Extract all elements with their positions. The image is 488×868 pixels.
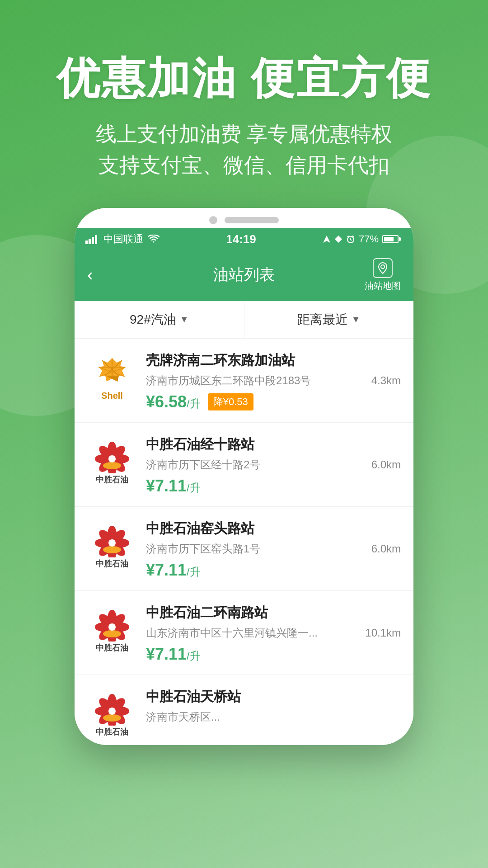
phone-mockup-wrapper: 中国联通 14:19: [0, 208, 488, 745]
station-price-row: ¥7.11/升: [146, 476, 401, 495]
station-distance: 10.1km: [365, 627, 401, 639]
station-item[interactable]: 中胜石油 中胜石油天桥站 济南市天桥区...: [75, 675, 413, 745]
station-address-row: 济南市历下区窑头路1号 6.0km: [146, 542, 401, 556]
station-info: 中胜石油二环南路站 山东济南市中区十六里河镇兴隆一... 10.1km ¥7.1…: [146, 604, 401, 664]
price-unit: /升: [187, 397, 201, 410]
status-time: 14:19: [226, 232, 256, 246]
station-distance: 6.0km: [371, 542, 401, 555]
hero-subtitle: 线上支付加油费 享专属优惠特权 支持支付宝、微信、信用卡代扣: [0, 118, 488, 181]
nav-bar: ‹ 油站列表 油站地图: [75, 251, 413, 301]
sort-label: 距离最近: [297, 311, 348, 328]
fuel-type-label: 92#汽油: [130, 311, 176, 328]
station-price: ¥7.11/升: [146, 476, 201, 495]
station-info: 中胜石油经十路站 济南市历下区经十路2号 6.0km ¥7.11/升: [146, 435, 401, 495]
battery-percent: 77%: [359, 233, 379, 245]
svg-rect-1: [89, 239, 91, 244]
shell-label: Shell: [101, 391, 123, 401]
status-right: 77%: [323, 233, 401, 245]
station-info: 中胜石油窑头路站 济南市历下区窑头路1号 6.0km ¥7.11/升: [146, 519, 401, 580]
hero-title: 优惠加油 便宜方便: [0, 54, 488, 102]
phone-dot: [209, 216, 217, 224]
navigation-icon: [334, 235, 343, 243]
location-icon: [323, 235, 331, 243]
hero-section: 优惠加油 便宜方便 线上支付加油费 享专属优惠特权 支持支付宝、微信、信用卡代扣: [0, 0, 488, 208]
station-address: 济南市历下区窑头路1号: [146, 542, 366, 556]
station-list: Shell 壳牌济南二环东路加油站 济南市历城区东二环路中段2183号 4.3k…: [75, 339, 413, 745]
wifi-icon: [148, 235, 160, 244]
svg-rect-2: [92, 237, 94, 244]
station-name: 中胜石油天桥站: [146, 688, 401, 706]
svg-point-56: [103, 714, 121, 722]
svg-marker-4: [323, 236, 330, 243]
zhongsheng-label: 中胜石油: [96, 726, 128, 737]
station-address: 济南市历城区东二环路中段2183号: [146, 373, 366, 388]
station-name: 壳牌济南二环东路加油站: [146, 351, 401, 370]
sort-filter[interactable]: 距离最近 ▼: [244, 301, 414, 338]
station-logo-zhongsheng: 中胜石油: [87, 604, 137, 653]
svg-point-37: [108, 539, 116, 547]
status-bar: 中国联通 14:19: [75, 228, 413, 251]
map-button-label: 油站地图: [365, 280, 401, 292]
svg-point-36: [103, 546, 121, 553]
svg-point-57: [108, 708, 116, 715]
station-item[interactable]: 中胜石油 中胜石油窑头路站 济南市历下区窑头路1号 6.0km ¥7.11/升: [75, 507, 413, 591]
back-button[interactable]: ‹: [87, 266, 93, 283]
svg-point-27: [108, 455, 116, 462]
station-address: 山东济南市中区十六里河镇兴隆一...: [146, 626, 360, 640]
discount-badge: 降¥0.53: [208, 393, 253, 410]
price-unit: /升: [187, 566, 201, 578]
signal-icon: [85, 234, 99, 244]
station-item[interactable]: 中胜石油 中胜石油二环南路站 山东济南市中区十六里河镇兴隆一... 10.1km…: [75, 591, 413, 675]
station-price-row: ¥7.11/升: [146, 645, 401, 664]
hero-subtitle-line2: 支持支付宝、微信、信用卡代扣: [0, 150, 488, 181]
station-price: ¥7.11/升: [146, 561, 201, 580]
zhongsheng-label: 中胜石油: [96, 558, 128, 569]
filter-bar: 92#汽油 ▼ 距离最近 ▼: [75, 301, 413, 339]
svg-rect-0: [85, 241, 88, 244]
station-price: ¥7.11/升: [146, 645, 201, 664]
svg-point-11: [381, 265, 385, 269]
zhongsheng-label: 中胜石油: [96, 474, 128, 485]
station-logo-zhongsheng: 中胜石油: [87, 688, 137, 737]
sort-arrow: ▼: [352, 314, 361, 325]
svg-point-26: [103, 462, 121, 469]
hero-subtitle-line1: 线上支付加油费 享专属优惠特权: [0, 118, 488, 150]
station-price-row: ¥6.58/升 降¥0.53: [146, 392, 401, 411]
price-unit: /升: [187, 481, 201, 494]
map-button[interactable]: 油站地图: [365, 258, 401, 292]
price-unit: /升: [187, 650, 201, 662]
station-info: 中胜石油天桥站 济南市天桥区...: [146, 688, 401, 729]
station-name: 中胜石油经十路站: [146, 435, 401, 454]
svg-point-47: [108, 623, 116, 631]
nav-title: 油站列表: [213, 264, 275, 285]
station-logo-zhongsheng: 中胜石油: [87, 519, 137, 569]
station-address: 济南市历下区经十路2号: [146, 458, 366, 472]
svg-rect-3: [95, 235, 97, 244]
station-address-row: 山东济南市中区十六里河镇兴隆一... 10.1km: [146, 626, 401, 640]
carrier-label: 中国联通: [103, 232, 143, 246]
station-distance: 6.0km: [371, 458, 401, 471]
station-price: ¥6.58/升: [146, 392, 201, 411]
phone-notch: [75, 208, 413, 228]
station-price-row: ¥7.11/升: [146, 561, 401, 580]
phone-speaker: [225, 217, 279, 223]
phone-mockup: 中国联通 14:19: [75, 208, 413, 745]
station-logo-zhongsheng: 中胜石油: [87, 435, 137, 485]
battery-icon: [382, 235, 401, 243]
station-name: 中胜石油窑头路站: [146, 519, 401, 538]
station-logo-shell: Shell: [87, 351, 137, 401]
station-info: 壳牌济南二环东路加油站 济南市历城区东二环路中段2183号 4.3km ¥6.5…: [146, 351, 401, 411]
fuel-type-arrow: ▼: [180, 314, 189, 325]
station-item[interactable]: Shell 壳牌济南二环东路加油站 济南市历城区东二环路中段2183号 4.3k…: [75, 339, 413, 423]
station-address-row: 济南市历下区经十路2号 6.0km: [146, 458, 401, 472]
station-item[interactable]: 中胜石油 中胜石油经十路站 济南市历下区经十路2号 6.0km ¥7.11/升: [75, 423, 413, 507]
status-left: 中国联通: [85, 232, 160, 246]
svg-point-46: [103, 630, 121, 637]
station-address-row: 济南市天桥区...: [146, 710, 401, 724]
station-address-row: 济南市历城区东二环路中段2183号 4.3km: [146, 373, 401, 388]
station-address: 济南市天桥区...: [146, 710, 395, 724]
station-name: 中胜石油二环南路站: [146, 604, 401, 622]
map-icon: [373, 258, 393, 278]
fuel-type-filter[interactable]: 92#汽油 ▼: [75, 301, 244, 338]
svg-marker-5: [335, 236, 342, 243]
